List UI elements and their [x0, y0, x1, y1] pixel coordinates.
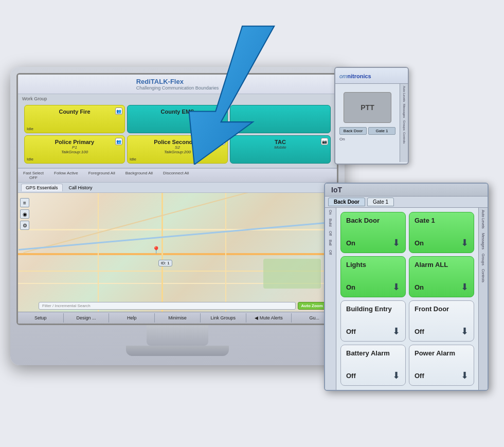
ptt-button[interactable]: PTT: [344, 92, 391, 123]
battery-alarm-status: Off: [346, 372, 356, 380]
follow-active-label: Follow Active: [54, 171, 78, 175]
fast-select-val: OFF: [29, 175, 38, 180]
tile-sub-tac: Mobile: [235, 145, 326, 150]
alarm-all-title: Alarm ALL: [415, 261, 469, 269]
right-side-labels: Auto Levels Messages Groups Controls: [400, 84, 408, 162]
tile-tac[interactable]: 📷 TAC Mobile: [230, 135, 331, 164]
alarm-all-icon: ⬇: [461, 281, 469, 293]
toolbar-background-all[interactable]: Background All: [122, 170, 156, 181]
iot-panel: IoT Back Door Gate 1 On Build Off Ball O…: [324, 183, 489, 391]
design-button[interactable]: Design ...: [64, 313, 110, 323]
iot-tab-back-door[interactable]: Back Door: [328, 198, 365, 206]
monitor-base: [126, 346, 229, 356]
toolbar-foreground-all[interactable]: Foreground All: [85, 170, 118, 181]
tile-police-primary[interactable]: 👥 Police Primary P1 TalkGroup:100 Idle: [24, 135, 125, 164]
tile-sub-ps: S2: [132, 145, 223, 150]
left-label-on: On: [329, 210, 332, 214]
toolbar-follow-active[interactable]: Follow Active: [51, 170, 81, 181]
iot-card-gate1[interactable]: Gate 1 On ⬇: [409, 212, 474, 253]
controls-label: Controls: [403, 132, 406, 144]
foreground-all-label: Foreground All: [88, 171, 115, 175]
battery-alarm-title: Battery Alarm: [346, 349, 400, 357]
tile-status-pp: Idle: [27, 157, 33, 162]
tile-name-tac: TAC: [235, 139, 326, 145]
toolbar: Fast Select OFF Follow Active Foreground…: [18, 168, 337, 183]
left-label-off2: Off: [329, 250, 332, 255]
building-entry-icon: ⬇: [392, 326, 400, 337]
building-entry-status: Off: [346, 328, 356, 335]
tile-sub-pp: P1: [29, 145, 120, 150]
toolbar-disconnect-all[interactable]: Disconnect All: [160, 170, 192, 181]
iot-tab-gate1[interactable]: Gate 1: [367, 198, 394, 206]
fast-select-label: Fast Select: [23, 171, 44, 175]
iot-card-alarm-all[interactable]: Alarm ALL On ⬇: [409, 256, 474, 297]
front-door-status: Off: [415, 328, 424, 335]
mute-alerts-button[interactable]: ◀ Mute Alerts: [246, 313, 292, 323]
tile-icon-ems: 👥: [218, 108, 225, 115]
tile-icon-tac: 📷: [321, 138, 328, 145]
iot-panel-inner: On Build Off Ball Off Back Door On ⬇ Gat…: [325, 208, 488, 390]
setup-button[interactable]: Setup: [18, 313, 64, 323]
lights-status: On: [346, 283, 355, 291]
right-label-messages: Messages: [481, 233, 485, 249]
work-group-label: Work Group: [22, 96, 333, 101]
gate1-subtab[interactable]: Gate 1: [368, 127, 395, 135]
link-groups-button[interactable]: Link Groups: [201, 313, 246, 323]
tile-icon-fire: 👥: [115, 108, 122, 115]
iot-row-1: Back Door On ⬇ Gate 1 On ⬇: [340, 212, 474, 253]
left-label-build: Build: [329, 219, 332, 227]
iot-card-front-door[interactable]: Front Door Off ⬇: [409, 300, 474, 342]
background-all-label: Background All: [125, 171, 153, 175]
tile-county-fire[interactable]: 👥 County Fire Idle: [24, 105, 125, 133]
gps-section: GPS Essentials Call History: [18, 183, 337, 312]
map-settings-button[interactable]: ⚙: [20, 221, 29, 230]
power-alarm-icon: ⬇: [461, 370, 469, 381]
help-button[interactable]: Help: [109, 313, 155, 323]
map-layers-button[interactable]: ≡: [20, 198, 29, 207]
iot-card-back-door[interactable]: Back Door On ⬇: [340, 212, 406, 253]
tile-police-secondary[interactable]: 👥 Police Secondary S2 TalkGroup:200 Idle: [127, 135, 228, 164]
map-search-bar[interactable]: Filter / Incremental Search: [39, 302, 296, 310]
back-door-subtab[interactable]: Back Door: [339, 127, 367, 135]
gate1-title: Gate 1: [415, 217, 469, 224]
iot-header: IoT: [325, 184, 488, 196]
iot-card-power-alarm[interactable]: Power Alarm Off ⬇: [409, 345, 474, 386]
tab-gps-essentials[interactable]: GPS Essentials: [21, 184, 63, 191]
monitor-shell: RediTALK-Flex Challenging Communication …: [10, 67, 345, 365]
tile-info-pp: TalkGroup:100: [29, 150, 120, 154]
park-area: [263, 259, 321, 289]
tile-empty[interactable]: [230, 105, 331, 133]
ptt-main: PTT Back Door Gate 1 On: [335, 84, 400, 162]
river: [19, 221, 336, 251]
search-placeholder: Filter / Incremental Search: [42, 303, 91, 308]
map-location-button[interactable]: ◉: [20, 209, 29, 219]
minimise-button[interactable]: Minimise: [155, 313, 201, 323]
map-road-main: [18, 253, 337, 255]
iot-tab-gate1-label: Gate 1: [373, 199, 388, 205]
map-area: 📍 ID: 1 + − ≡ ◉ ⚙ Filter / I: [18, 193, 337, 312]
iot-card-battery-alarm[interactable]: Battery Alarm Off ⬇: [340, 345, 406, 386]
tile-name-ems: County EMS: [132, 109, 223, 115]
left-label-off1: Off: [329, 231, 332, 236]
front-door-icon: ⬇: [461, 326, 469, 337]
right-label-auto-levels: Auto Levels: [481, 210, 485, 229]
iot-sub-tabs: Back Door Gate 1: [339, 127, 395, 135]
right-label-controls: Controls: [481, 269, 485, 282]
work-group-section: Work Group 👥 County Fire Idle 👥 County E…: [18, 94, 337, 168]
bottom-toolbar: Setup Design ... Help Minimise Link Grou…: [18, 312, 337, 324]
back-door-icon: ⬇: [392, 237, 400, 248]
tab-call-history[interactable]: Call History: [65, 184, 97, 191]
iot-title: IoT: [331, 186, 342, 194]
iot-card-lights[interactable]: Lights On ⬇: [340, 256, 406, 297]
gps-tabs: GPS Essentials Call History: [18, 183, 337, 193]
iot-tabs-row: Back Door Gate 1: [325, 196, 488, 208]
tile-county-ems[interactable]: 👥 County EMS: [127, 105, 228, 133]
map-pin: 📍: [152, 246, 160, 254]
messages-label: Messages: [403, 104, 406, 118]
tiles-grid: 👥 County Fire Idle 👥 County EMS 👥 Pol: [22, 103, 333, 166]
iot-card-building-entry[interactable]: Building Entry Off ⬇: [340, 300, 406, 342]
iot-row-3: Building Entry Off ⬇ Front Door Off ⬇: [340, 300, 474, 342]
battery-alarm-icon: ⬇: [392, 370, 400, 381]
app-window: RediTALK-Flex Challenging Communication …: [18, 75, 337, 324]
toolbar-fast-select[interactable]: Fast Select OFF: [20, 170, 47, 181]
